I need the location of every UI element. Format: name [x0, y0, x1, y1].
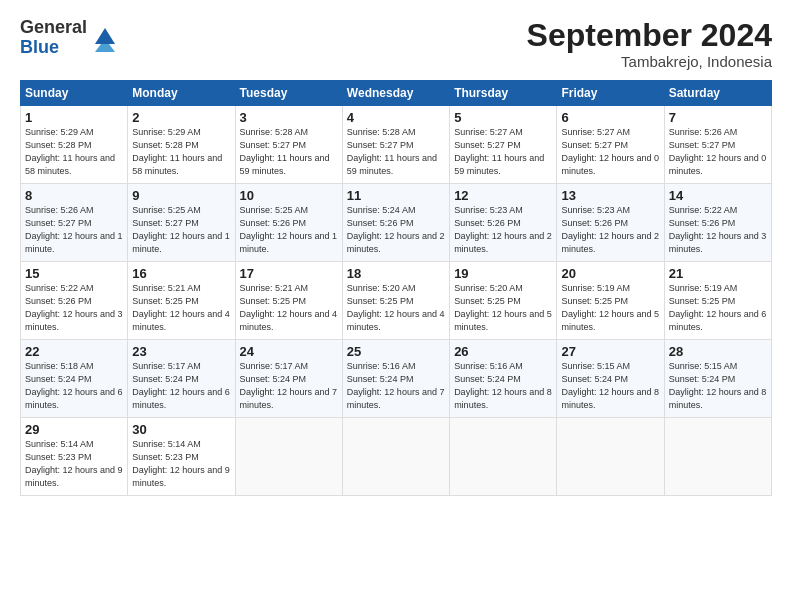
calendar-week-1: 1 Sunrise: 5:29 AMSunset: 5:28 PMDayligh… [21, 106, 772, 184]
calendar-cell: 11 Sunrise: 5:24 AMSunset: 5:26 PMDaylig… [342, 184, 449, 262]
day-number: 5 [454, 110, 552, 125]
day-number: 7 [669, 110, 767, 125]
day-info: Sunrise: 5:23 AMSunset: 5:26 PMDaylight:… [561, 204, 659, 256]
calendar-header-sunday: Sunday [21, 81, 128, 106]
day-number: 27 [561, 344, 659, 359]
calendar-cell: 27 Sunrise: 5:15 AMSunset: 5:24 PMDaylig… [557, 340, 664, 418]
calendar-cell [342, 418, 449, 496]
calendar-cell: 13 Sunrise: 5:23 AMSunset: 5:26 PMDaylig… [557, 184, 664, 262]
calendar-cell: 2 Sunrise: 5:29 AMSunset: 5:28 PMDayligh… [128, 106, 235, 184]
day-number: 17 [240, 266, 338, 281]
day-info: Sunrise: 5:16 AMSunset: 5:24 PMDaylight:… [347, 360, 445, 412]
calendar-cell: 19 Sunrise: 5:20 AMSunset: 5:25 PMDaylig… [450, 262, 557, 340]
logo-blue: Blue [20, 38, 87, 58]
calendar-cell: 14 Sunrise: 5:22 AMSunset: 5:26 PMDaylig… [664, 184, 771, 262]
day-number: 13 [561, 188, 659, 203]
day-info: Sunrise: 5:26 AMSunset: 5:27 PMDaylight:… [25, 204, 123, 256]
day-info: Sunrise: 5:24 AMSunset: 5:26 PMDaylight:… [347, 204, 445, 256]
calendar-cell: 22 Sunrise: 5:18 AMSunset: 5:24 PMDaylig… [21, 340, 128, 418]
day-info: Sunrise: 5:19 AMSunset: 5:25 PMDaylight:… [561, 282, 659, 334]
calendar-cell: 9 Sunrise: 5:25 AMSunset: 5:27 PMDayligh… [128, 184, 235, 262]
calendar-header-saturday: Saturday [664, 81, 771, 106]
day-info: Sunrise: 5:28 AMSunset: 5:27 PMDaylight:… [240, 126, 338, 178]
calendar-cell: 24 Sunrise: 5:17 AMSunset: 5:24 PMDaylig… [235, 340, 342, 418]
calendar-header-monday: Monday [128, 81, 235, 106]
calendar-cell: 25 Sunrise: 5:16 AMSunset: 5:24 PMDaylig… [342, 340, 449, 418]
day-number: 8 [25, 188, 123, 203]
day-info: Sunrise: 5:16 AMSunset: 5:24 PMDaylight:… [454, 360, 552, 412]
day-number: 24 [240, 344, 338, 359]
day-number: 23 [132, 344, 230, 359]
location: Tambakrejo, Indonesia [527, 53, 772, 70]
day-info: Sunrise: 5:26 AMSunset: 5:27 PMDaylight:… [669, 126, 767, 178]
day-number: 25 [347, 344, 445, 359]
svg-marker-0 [95, 28, 115, 44]
day-info: Sunrise: 5:15 AMSunset: 5:24 PMDaylight:… [561, 360, 659, 412]
day-number: 2 [132, 110, 230, 125]
logo-general: General [20, 18, 87, 38]
calendar-cell: 30 Sunrise: 5:14 AMSunset: 5:23 PMDaylig… [128, 418, 235, 496]
day-info: Sunrise: 5:29 AMSunset: 5:28 PMDaylight:… [132, 126, 230, 178]
calendar-cell: 18 Sunrise: 5:20 AMSunset: 5:25 PMDaylig… [342, 262, 449, 340]
month-title: September 2024 [527, 18, 772, 53]
calendar-cell: 23 Sunrise: 5:17 AMSunset: 5:24 PMDaylig… [128, 340, 235, 418]
calendar-cell: 21 Sunrise: 5:19 AMSunset: 5:25 PMDaylig… [664, 262, 771, 340]
calendar-cell: 5 Sunrise: 5:27 AMSunset: 5:27 PMDayligh… [450, 106, 557, 184]
day-number: 28 [669, 344, 767, 359]
day-number: 3 [240, 110, 338, 125]
calendar-cell [664, 418, 771, 496]
calendar-header-row: SundayMondayTuesdayWednesdayThursdayFrid… [21, 81, 772, 106]
calendar-week-3: 15 Sunrise: 5:22 AMSunset: 5:26 PMDaylig… [21, 262, 772, 340]
day-number: 18 [347, 266, 445, 281]
day-number: 16 [132, 266, 230, 281]
day-info: Sunrise: 5:18 AMSunset: 5:24 PMDaylight:… [25, 360, 123, 412]
calendar-header-thursday: Thursday [450, 81, 557, 106]
day-number: 4 [347, 110, 445, 125]
day-info: Sunrise: 5:27 AMSunset: 5:27 PMDaylight:… [561, 126, 659, 178]
day-number: 30 [132, 422, 230, 437]
day-info: Sunrise: 5:29 AMSunset: 5:28 PMDaylight:… [25, 126, 123, 178]
calendar-week-5: 29 Sunrise: 5:14 AMSunset: 5:23 PMDaylig… [21, 418, 772, 496]
day-number: 29 [25, 422, 123, 437]
day-number: 21 [669, 266, 767, 281]
day-info: Sunrise: 5:22 AMSunset: 5:26 PMDaylight:… [25, 282, 123, 334]
day-info: Sunrise: 5:19 AMSunset: 5:25 PMDaylight:… [669, 282, 767, 334]
day-number: 1 [25, 110, 123, 125]
day-info: Sunrise: 5:22 AMSunset: 5:26 PMDaylight:… [669, 204, 767, 256]
calendar-cell: 3 Sunrise: 5:28 AMSunset: 5:27 PMDayligh… [235, 106, 342, 184]
calendar-week-2: 8 Sunrise: 5:26 AMSunset: 5:27 PMDayligh… [21, 184, 772, 262]
logo-text: General Blue [20, 18, 87, 58]
calendar-cell [450, 418, 557, 496]
calendar-cell: 20 Sunrise: 5:19 AMSunset: 5:25 PMDaylig… [557, 262, 664, 340]
calendar-cell: 7 Sunrise: 5:26 AMSunset: 5:27 PMDayligh… [664, 106, 771, 184]
day-info: Sunrise: 5:17 AMSunset: 5:24 PMDaylight:… [132, 360, 230, 412]
title-block: September 2024 Tambakrejo, Indonesia [527, 18, 772, 70]
day-info: Sunrise: 5:20 AMSunset: 5:25 PMDaylight:… [347, 282, 445, 334]
calendar-cell: 16 Sunrise: 5:21 AMSunset: 5:25 PMDaylig… [128, 262, 235, 340]
calendar-cell: 1 Sunrise: 5:29 AMSunset: 5:28 PMDayligh… [21, 106, 128, 184]
calendar-cell: 6 Sunrise: 5:27 AMSunset: 5:27 PMDayligh… [557, 106, 664, 184]
calendar-table: SundayMondayTuesdayWednesdayThursdayFrid… [20, 80, 772, 496]
day-number: 10 [240, 188, 338, 203]
header: General Blue September 2024 Tambakrejo, … [20, 18, 772, 70]
day-number: 19 [454, 266, 552, 281]
logo-icon [91, 24, 119, 52]
calendar-header-friday: Friday [557, 81, 664, 106]
day-info: Sunrise: 5:14 AMSunset: 5:23 PMDaylight:… [132, 438, 230, 490]
day-info: Sunrise: 5:17 AMSunset: 5:24 PMDaylight:… [240, 360, 338, 412]
calendar-header-tuesday: Tuesday [235, 81, 342, 106]
calendar-cell: 12 Sunrise: 5:23 AMSunset: 5:26 PMDaylig… [450, 184, 557, 262]
calendar-header-wednesday: Wednesday [342, 81, 449, 106]
day-number: 12 [454, 188, 552, 203]
calendar-cell: 8 Sunrise: 5:26 AMSunset: 5:27 PMDayligh… [21, 184, 128, 262]
day-info: Sunrise: 5:23 AMSunset: 5:26 PMDaylight:… [454, 204, 552, 256]
calendar-cell: 26 Sunrise: 5:16 AMSunset: 5:24 PMDaylig… [450, 340, 557, 418]
page: General Blue September 2024 Tambakrejo, … [0, 0, 792, 612]
day-info: Sunrise: 5:15 AMSunset: 5:24 PMDaylight:… [669, 360, 767, 412]
calendar-cell: 4 Sunrise: 5:28 AMSunset: 5:27 PMDayligh… [342, 106, 449, 184]
day-info: Sunrise: 5:25 AMSunset: 5:26 PMDaylight:… [240, 204, 338, 256]
day-info: Sunrise: 5:27 AMSunset: 5:27 PMDaylight:… [454, 126, 552, 178]
day-number: 11 [347, 188, 445, 203]
day-number: 9 [132, 188, 230, 203]
day-number: 14 [669, 188, 767, 203]
